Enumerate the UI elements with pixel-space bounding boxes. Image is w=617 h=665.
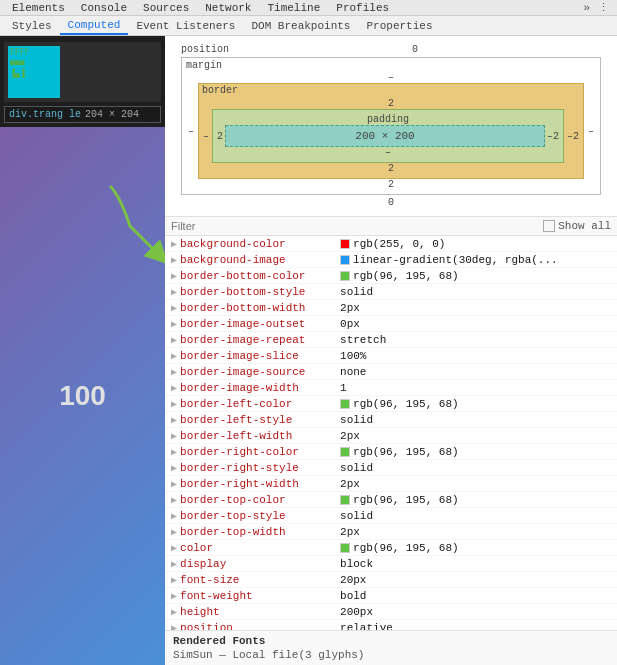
element-size: 204 × 204 (85, 109, 139, 120)
table-row[interactable]: ▶colorrgb(96, 195, 68) (165, 540, 617, 556)
table-row[interactable]: ▶border-right-width2px (165, 476, 617, 492)
rendered-fonts-title: Rendered Fonts (173, 635, 609, 647)
tab-computed[interactable]: Computed (60, 17, 129, 35)
property-value: 2px (340, 430, 360, 442)
property-name: border-top-width (180, 526, 340, 538)
margin-label: margin (186, 60, 222, 71)
show-all-checkbox[interactable] (543, 220, 555, 232)
expand-arrow-icon: ▶ (171, 494, 177, 506)
property-value: 2px (340, 302, 360, 314)
main-content: FFFF ■■■ ▐▄▐ div.trang le 204 × 204 100 (0, 36, 617, 665)
property-value: relative (340, 622, 393, 631)
tab-sources[interactable]: Sources (135, 0, 197, 15)
color-swatch-icon[interactable] (340, 447, 350, 457)
table-row[interactable]: ▶border-right-stylesolid (165, 460, 617, 476)
tab-elements[interactable]: Elements (4, 0, 73, 15)
property-value: rgb(96, 195, 68) (340, 270, 459, 282)
table-row[interactable]: ▶border-bottom-stylesolid (165, 284, 617, 300)
filter-input[interactable] (171, 220, 543, 232)
expand-arrow-icon: ▶ (171, 558, 177, 570)
expand-arrow-icon: ▶ (171, 254, 177, 266)
table-row[interactable]: ▶background-imagelinear-gradient(30deg, … (165, 252, 617, 268)
expand-arrow-icon: ▶ (171, 590, 177, 602)
property-name: border-bottom-width (180, 302, 340, 314)
color-swatch-icon[interactable] (340, 399, 350, 409)
table-row[interactable]: ▶border-left-colorrgb(96, 195, 68) (165, 396, 617, 412)
preview-number: 100 (59, 380, 106, 412)
property-value: solid (340, 414, 373, 426)
table-row[interactable]: ▶border-bottom-colorrgb(96, 195, 68) (165, 268, 617, 284)
table-row[interactable]: ▶border-image-repeatstretch (165, 332, 617, 348)
preview-box: FFFF ■■■ ▐▄▐ (8, 46, 60, 98)
expand-arrow-icon: ▶ (171, 510, 177, 522)
tab-dom-breakpoints[interactable]: DOM Breakpoints (243, 18, 358, 34)
box-model-section: position 0 margin – – border 2 – (165, 36, 617, 217)
padding-label: padding (217, 114, 559, 125)
color-swatch-icon[interactable] (340, 543, 350, 553)
expand-arrow-icon: ▶ (171, 430, 177, 442)
property-value: linear-gradient(30deg, rgba(... (340, 254, 558, 266)
property-name: border-left-style (180, 414, 340, 426)
table-row[interactable]: ▶border-image-outset0px (165, 316, 617, 332)
expand-arrow-icon: ▶ (171, 414, 177, 426)
tab-console[interactable]: Console (73, 0, 135, 15)
table-row[interactable]: ▶border-left-stylesolid (165, 412, 617, 428)
margin-bottom-value: 2 (188, 179, 594, 190)
border-left-value-bm: – (203, 131, 209, 142)
expand-arrow-icon: ▶ (171, 318, 177, 330)
border-right-value-bm: –2 (567, 131, 579, 142)
expand-arrow-icon: ▶ (171, 622, 177, 631)
property-name: border-right-color (180, 446, 340, 458)
tab-profiles[interactable]: Profiles (328, 0, 397, 15)
color-swatch-icon[interactable] (340, 255, 350, 265)
table-row[interactable]: ▶border-right-colorrgb(96, 195, 68) (165, 444, 617, 460)
table-row[interactable]: ▶border-top-width2px (165, 524, 617, 540)
padding-right-value: –2 (547, 131, 559, 142)
expand-arrow-icon: ▶ (171, 286, 177, 298)
property-value: bold (340, 590, 366, 602)
rendered-fonts-entry: SimSun — Local file(3 glyphs) (173, 649, 609, 661)
property-value: block (340, 558, 373, 570)
table-row[interactable]: ▶border-top-colorrgb(96, 195, 68) (165, 492, 617, 508)
expand-arrow-icon: ▶ (171, 478, 177, 490)
table-row[interactable]: ▶height200px (165, 604, 617, 620)
property-name: border-image-slice (180, 350, 340, 362)
content-box: 200 × 200 (225, 125, 545, 147)
tab-event-listeners[interactable]: Event Listeners (128, 18, 243, 34)
devtools-menu-button[interactable]: ⋮ (594, 1, 613, 14)
color-swatch-icon[interactable] (340, 239, 350, 249)
table-row[interactable]: ▶border-image-width1 (165, 380, 617, 396)
property-name: border-image-outset (180, 318, 340, 330)
tab-properties[interactable]: Properties (358, 18, 440, 34)
table-row[interactable]: ▶displayblock (165, 556, 617, 572)
tab-styles[interactable]: Styles (4, 18, 60, 34)
preview-element-container: FFFF ■■■ ▐▄▐ (4, 42, 161, 102)
filter-bar: Show all (165, 217, 617, 236)
property-value: solid (340, 510, 373, 522)
tab-network[interactable]: Network (197, 0, 259, 15)
table-row[interactable]: ▶border-top-stylesolid (165, 508, 617, 524)
property-name: border-bottom-style (180, 286, 340, 298)
table-row[interactable]: ▶border-image-sourcenone (165, 364, 617, 380)
property-value: 100% (340, 350, 366, 362)
show-all-label[interactable]: Show all (558, 220, 611, 232)
table-row[interactable]: ▶font-weightbold (165, 588, 617, 604)
table-row[interactable]: ▶positionrelative (165, 620, 617, 630)
color-swatch-icon[interactable] (340, 495, 350, 505)
table-row[interactable]: ▶border-image-slice100% (165, 348, 617, 364)
property-value: solid (340, 462, 373, 474)
property-name: display (180, 558, 340, 570)
property-value: solid (340, 286, 373, 298)
more-tabs-button[interactable]: » (579, 2, 594, 14)
property-value: rgb(96, 195, 68) (340, 446, 459, 458)
table-row[interactable]: ▶font-size20px (165, 572, 617, 588)
table-row[interactable]: ▶background-colorrgb(255, 0, 0) (165, 236, 617, 252)
tab-timeline[interactable]: Timeline (259, 0, 328, 15)
property-name: background-image (180, 254, 340, 266)
table-row[interactable]: ▶border-left-width2px (165, 428, 617, 444)
property-value: 0px (340, 318, 360, 330)
color-swatch-icon[interactable] (340, 271, 350, 281)
margin-right-value: – (588, 126, 594, 137)
border-top-value: 2 (203, 88, 579, 109)
table-row[interactable]: ▶border-bottom-width2px (165, 300, 617, 316)
